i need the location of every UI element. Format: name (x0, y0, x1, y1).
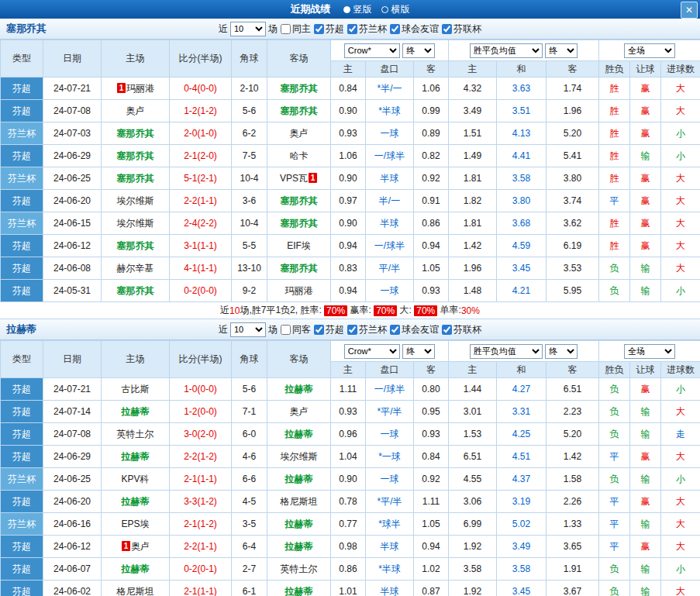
odds-time-select[interactable]: 终 (402, 43, 435, 58)
league-filter-friendly[interactable]: 球会友谊 (389, 323, 439, 336)
rate-badge: 70% (324, 305, 347, 316)
scope-select[interactable]: 全场 (624, 344, 675, 359)
ah-away-odds-cell: 0.93 (414, 423, 449, 446)
eu-away-odds-cell: 5.20 (547, 122, 599, 145)
league-filter-league-cup[interactable]: 芬联杯 (441, 22, 481, 36)
subcol-ah-result: 让球 (630, 61, 661, 78)
europe-time-select[interactable]: 终 (545, 344, 578, 359)
games-count-select[interactable]: 10 (230, 322, 266, 337)
eu-away-odds-cell: 5.20 (547, 423, 599, 446)
europe-time-select[interactable]: 终 (545, 43, 578, 58)
vertical-layout-radio[interactable] (343, 6, 350, 13)
ah-away-odds-cell: 0.92 (414, 167, 449, 190)
league-leaguecup-checkbox[interactable] (442, 325, 452, 335)
ah-home-odds-cell: 0.90 (331, 167, 366, 190)
subcol-ah-away: 客 (414, 61, 449, 78)
date-cell: 24-05-31 (43, 280, 102, 302)
goals-result-cell: 大 (661, 190, 700, 212)
odds-time-select[interactable]: 终 (402, 344, 435, 359)
league-cup-checkbox[interactable] (347, 325, 357, 335)
league-filter-cup[interactable]: 芬兰杯 (347, 22, 387, 36)
league-friendly-checkbox[interactable] (390, 325, 400, 335)
date-cell: 24-06-29 (43, 446, 102, 468)
ah-home-odds-cell: 1.04 (331, 446, 366, 468)
eu-draw-odds-cell: 4.21 (497, 280, 547, 302)
odds-company-select[interactable]: Crow* (344, 43, 400, 58)
same-side-filter[interactable]: 同客 (280, 323, 311, 336)
date-cell: 24-06-25 (43, 167, 102, 190)
away-team-cell: 格尼斯坦 (267, 491, 331, 513)
goals-result-cell: 小 (661, 378, 700, 401)
home-team-cell: 拉赫蒂 (102, 491, 170, 513)
team-label: 拉赫蒂 (285, 518, 313, 529)
same-side-checkbox[interactable] (281, 24, 291, 34)
handicap-cell: *半球 (366, 100, 414, 122)
league-filter-league-cup[interactable]: 芬联杯 (441, 323, 481, 336)
eu-draw-odds-cell: 3.58 (497, 558, 547, 580)
eu-home-odds-cell: 1.92 (449, 536, 497, 558)
league-leaguecup-checkbox[interactable] (442, 24, 452, 34)
date-cell: 24-06-15 (43, 212, 102, 235)
away-team-cell: 拉赫蒂 (267, 580, 331, 596)
league-cup-checkbox[interactable] (347, 24, 357, 34)
horizontal-layout-radio[interactable] (381, 6, 388, 13)
league-type-cell: 芬超 (1, 78, 43, 100)
scope-select[interactable]: 全场 (624, 43, 675, 58)
league-filter-friendly[interactable]: 球会友谊 (389, 22, 439, 36)
ah-away-odds-cell: 0.80 (414, 378, 449, 401)
same-side-filter[interactable]: 同主 (280, 22, 311, 36)
sections-container: 塞那乔其 近 10 场 同主 芬超 芬兰杯 (0, 19, 700, 596)
handicap-result-cell: 输 (630, 423, 661, 446)
ah-away-odds-cell: 0.91 (414, 190, 449, 212)
near-label: 近 (219, 22, 228, 36)
league-filter-cup[interactable]: 芬兰杯 (347, 323, 387, 336)
odds-company-select[interactable]: Crow* (344, 344, 400, 359)
col-header-home: 主场 (102, 40, 170, 78)
away-team-cell: 玛丽港 (267, 280, 331, 302)
corners-cell: 5-6 (232, 378, 267, 401)
games-suffix-label: 场 (268, 323, 278, 336)
result-cell: 胜 (599, 78, 630, 100)
handicap-result-cell: 输 (630, 257, 661, 280)
team-label: 格尼斯坦 (281, 496, 318, 507)
ah-away-odds-cell: 0.84 (414, 446, 449, 468)
scope-controls: 全场 (599, 341, 700, 362)
match-row: 芬超24-07-08英特土尔3-0(2-0)6-0拉赫蒂0.96一球0.931.… (1, 423, 700, 446)
home-team-cell: 1奥卢 (102, 536, 170, 558)
league-filter-super[interactable]: 芬超 (313, 22, 344, 36)
home-team-cell: KPV科 (102, 468, 170, 491)
team-label: 塞那乔其 (117, 150, 154, 161)
handicap-cell: 一球 (366, 122, 414, 145)
league-friendly-checkbox[interactable] (390, 24, 400, 34)
same-side-checkbox[interactable] (281, 325, 291, 335)
vertical-layout-label[interactable]: 竖版 (353, 3, 372, 16)
score-cell: 2-1(2-0) (170, 145, 232, 167)
score-cell: 0-4(0-0) (170, 78, 232, 100)
corners-cell: 7-5 (232, 145, 267, 167)
ah-home-odds-cell: 0.93 (331, 122, 366, 145)
close-icon[interactable]: ✕ (681, 2, 698, 19)
result-cell: 负 (599, 401, 630, 423)
result-cell: 平 (599, 491, 630, 513)
league-filter-super[interactable]: 芬超 (313, 323, 344, 336)
league-super-checkbox[interactable] (314, 325, 324, 335)
handicap-cell: *平/半 (366, 491, 414, 513)
handicap-cell: 半球 (366, 167, 414, 190)
league-super-checkbox[interactable] (314, 24, 324, 34)
filter-bar: 塞那乔其 近 10 场 同主 芬超 芬兰杯 (0, 19, 700, 40)
handicap-result-cell: 赢 (630, 491, 661, 513)
result-cell: 负 (599, 468, 630, 491)
europe-odds-select[interactable]: 胜平负均值 (470, 43, 543, 58)
col-header-date: 日期 (43, 341, 102, 378)
away-team-cell: 奥卢 (267, 122, 331, 145)
home-team-cell: 格尼斯坦 (102, 580, 170, 596)
handicap-cell: 一球 (366, 280, 414, 302)
europe-odds-select[interactable]: 胜平负均值 (470, 344, 543, 359)
result-cell: 胜 (599, 145, 630, 167)
handicap-cell: 平/半 (366, 257, 414, 280)
eu-draw-odds-cell: 4.51 (497, 446, 547, 468)
games-count-select[interactable]: 10 (230, 22, 266, 36)
eu-home-odds-cell: 1.48 (449, 280, 497, 302)
match-row: 芬超24-06-07拉赫蒂0-2(0-1)2-7英特土尔0.86*半球1.023… (1, 558, 700, 580)
horizontal-layout-label[interactable]: 横版 (391, 3, 410, 16)
